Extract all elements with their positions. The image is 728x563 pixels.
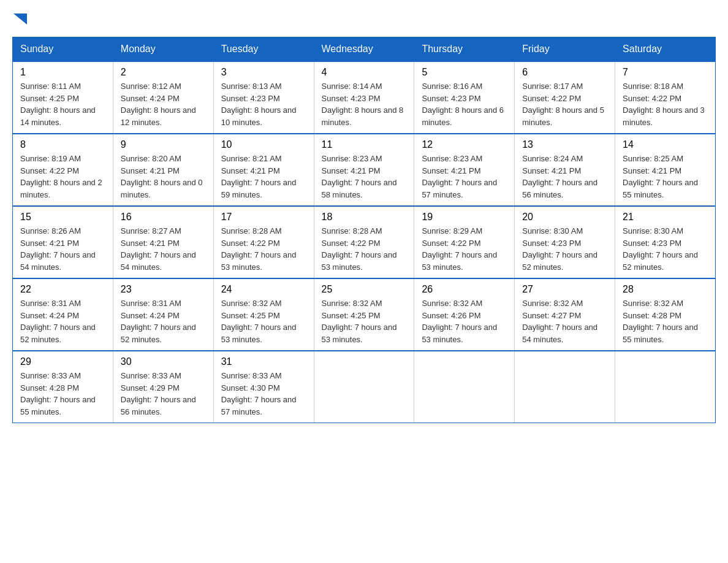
calendar-day-22: 22 Sunrise: 8:31 AM Sunset: 4:24 PM Dayl…: [13, 278, 113, 351]
day-info: Sunrise: 8:30 AM Sunset: 4:23 PM Dayligh…: [522, 225, 607, 273]
calendar-day-11: 11 Sunrise: 8:23 AM Sunset: 4:21 PM Dayl…: [314, 134, 414, 206]
logo: [12, 12, 27, 25]
page-header: [12, 12, 716, 25]
calendar-empty-cell: [615, 351, 716, 423]
header-monday: Monday: [113, 37, 213, 62]
calendar-week-3: 15 Sunrise: 8:26 AM Sunset: 4:21 PM Dayl…: [13, 206, 716, 278]
day-number: 19: [422, 212, 507, 223]
day-number: 22: [20, 284, 105, 295]
header-wednesday: Wednesday: [314, 37, 414, 62]
day-number: 24: [221, 284, 306, 295]
calendar-day-6: 6 Sunrise: 8:17 AM Sunset: 4:22 PM Dayli…: [515, 61, 615, 134]
calendar-empty-cell: [414, 351, 515, 423]
day-number: 29: [20, 356, 105, 367]
header-thursday: Thursday: [414, 37, 515, 62]
day-number: 15: [20, 212, 105, 223]
day-number: 18: [322, 212, 407, 223]
day-info: Sunrise: 8:14 AM Sunset: 4:23 PM Dayligh…: [322, 80, 407, 128]
calendar-day-13: 13 Sunrise: 8:24 AM Sunset: 4:21 PM Dayl…: [515, 134, 615, 206]
calendar-day-19: 19 Sunrise: 8:29 AM Sunset: 4:22 PM Dayl…: [414, 206, 515, 278]
day-number: 6: [522, 67, 607, 78]
calendar-day-28: 28 Sunrise: 8:32 AM Sunset: 4:28 PM Dayl…: [615, 278, 716, 351]
day-number: 1: [20, 67, 105, 78]
day-number: 30: [121, 356, 206, 367]
calendar-day-23: 23 Sunrise: 8:31 AM Sunset: 4:24 PM Dayl…: [113, 278, 213, 351]
day-info: Sunrise: 8:32 AM Sunset: 4:27 PM Dayligh…: [522, 297, 607, 345]
day-number: 23: [121, 284, 206, 295]
calendar-day-20: 20 Sunrise: 8:30 AM Sunset: 4:23 PM Dayl…: [515, 206, 615, 278]
day-info: Sunrise: 8:33 AM Sunset: 4:29 PM Dayligh…: [121, 370, 206, 418]
calendar-day-29: 29 Sunrise: 8:33 AM Sunset: 4:28 PM Dayl…: [13, 351, 113, 423]
day-info: Sunrise: 8:27 AM Sunset: 4:21 PM Dayligh…: [121, 225, 206, 273]
calendar-day-14: 14 Sunrise: 8:25 AM Sunset: 4:21 PM Dayl…: [615, 134, 716, 206]
day-number: 27: [522, 284, 607, 295]
calendar-day-16: 16 Sunrise: 8:27 AM Sunset: 4:21 PM Dayl…: [113, 206, 213, 278]
header-friday: Friday: [515, 37, 615, 62]
day-info: Sunrise: 8:26 AM Sunset: 4:21 PM Dayligh…: [20, 225, 105, 273]
calendar-day-31: 31 Sunrise: 8:33 AM Sunset: 4:30 PM Dayl…: [213, 351, 314, 423]
calendar-week-5: 29 Sunrise: 8:33 AM Sunset: 4:28 PM Dayl…: [13, 351, 716, 423]
calendar-day-10: 10 Sunrise: 8:21 AM Sunset: 4:21 PM Dayl…: [213, 134, 314, 206]
day-info: Sunrise: 8:23 AM Sunset: 4:21 PM Dayligh…: [322, 153, 407, 201]
calendar-day-7: 7 Sunrise: 8:18 AM Sunset: 4:22 PM Dayli…: [615, 61, 716, 134]
calendar-day-8: 8 Sunrise: 8:19 AM Sunset: 4:22 PM Dayli…: [13, 134, 113, 206]
day-info: Sunrise: 8:25 AM Sunset: 4:21 PM Dayligh…: [623, 153, 708, 201]
day-number: 17: [221, 212, 306, 223]
day-info: Sunrise: 8:32 AM Sunset: 4:26 PM Dayligh…: [422, 297, 507, 345]
day-info: Sunrise: 8:12 AM Sunset: 4:24 PM Dayligh…: [121, 80, 206, 128]
day-number: 9: [121, 139, 206, 150]
calendar-day-18: 18 Sunrise: 8:28 AM Sunset: 4:22 PM Dayl…: [314, 206, 414, 278]
day-number: 2: [121, 67, 206, 78]
calendar-day-9: 9 Sunrise: 8:20 AM Sunset: 4:21 PM Dayli…: [113, 134, 213, 206]
day-number: 14: [623, 139, 708, 150]
calendar-day-27: 27 Sunrise: 8:32 AM Sunset: 4:27 PM Dayl…: [515, 278, 615, 351]
day-info: Sunrise: 8:33 AM Sunset: 4:30 PM Dayligh…: [221, 370, 306, 418]
logo-arrow-icon: [13, 13, 27, 25]
calendar-day-24: 24 Sunrise: 8:32 AM Sunset: 4:25 PM Dayl…: [213, 278, 314, 351]
day-number: 5: [422, 67, 507, 78]
calendar-empty-cell: [515, 351, 615, 423]
calendar-day-21: 21 Sunrise: 8:30 AM Sunset: 4:23 PM Dayl…: [615, 206, 716, 278]
calendar-day-1: 1 Sunrise: 8:11 AM Sunset: 4:25 PM Dayli…: [13, 61, 113, 134]
day-info: Sunrise: 8:11 AM Sunset: 4:25 PM Dayligh…: [20, 80, 105, 128]
day-number: 10: [221, 139, 306, 150]
calendar-table: SundayMondayTuesdayWednesdayThursdayFrid…: [12, 37, 716, 423]
calendar-day-4: 4 Sunrise: 8:14 AM Sunset: 4:23 PM Dayli…: [314, 61, 414, 134]
header-tuesday: Tuesday: [213, 37, 314, 62]
day-number: 20: [522, 212, 607, 223]
day-info: Sunrise: 8:31 AM Sunset: 4:24 PM Dayligh…: [121, 297, 206, 345]
day-number: 21: [623, 212, 708, 223]
day-info: Sunrise: 8:17 AM Sunset: 4:22 PM Dayligh…: [522, 80, 607, 128]
day-info: Sunrise: 8:32 AM Sunset: 4:28 PM Dayligh…: [623, 297, 708, 345]
day-info: Sunrise: 8:33 AM Sunset: 4:28 PM Dayligh…: [20, 370, 105, 418]
day-number: 12: [422, 139, 507, 150]
day-number: 4: [322, 67, 407, 78]
day-number: 28: [623, 284, 708, 295]
calendar-day-12: 12 Sunrise: 8:23 AM Sunset: 4:21 PM Dayl…: [414, 134, 515, 206]
day-number: 16: [121, 212, 206, 223]
day-number: 7: [623, 67, 708, 78]
header-sunday: Sunday: [13, 37, 113, 62]
day-info: Sunrise: 8:16 AM Sunset: 4:23 PM Dayligh…: [422, 80, 507, 128]
day-info: Sunrise: 8:32 AM Sunset: 4:25 PM Dayligh…: [221, 297, 306, 345]
day-info: Sunrise: 8:23 AM Sunset: 4:21 PM Dayligh…: [422, 153, 507, 201]
header-saturday: Saturday: [615, 37, 716, 62]
calendar-week-4: 22 Sunrise: 8:31 AM Sunset: 4:24 PM Dayl…: [13, 278, 716, 351]
day-number: 11: [322, 139, 407, 150]
day-info: Sunrise: 8:32 AM Sunset: 4:25 PM Dayligh…: [322, 297, 407, 345]
day-number: 8: [20, 139, 105, 150]
day-number: 31: [221, 356, 306, 367]
day-info: Sunrise: 8:19 AM Sunset: 4:22 PM Dayligh…: [20, 153, 105, 201]
day-info: Sunrise: 8:29 AM Sunset: 4:22 PM Dayligh…: [422, 225, 507, 273]
day-info: Sunrise: 8:13 AM Sunset: 4:23 PM Dayligh…: [221, 80, 306, 128]
calendar-day-17: 17 Sunrise: 8:28 AM Sunset: 4:22 PM Dayl…: [213, 206, 314, 278]
calendar-week-1: 1 Sunrise: 8:11 AM Sunset: 4:25 PM Dayli…: [13, 61, 716, 134]
calendar-empty-cell: [314, 351, 414, 423]
svg-marker-0: [13, 13, 27, 25]
day-number: 13: [522, 139, 607, 150]
day-info: Sunrise: 8:31 AM Sunset: 4:24 PM Dayligh…: [20, 297, 105, 345]
day-number: 25: [322, 284, 407, 295]
calendar-header-row: SundayMondayTuesdayWednesdayThursdayFrid…: [13, 37, 716, 62]
day-info: Sunrise: 8:21 AM Sunset: 4:21 PM Dayligh…: [221, 153, 306, 201]
calendar-day-30: 30 Sunrise: 8:33 AM Sunset: 4:29 PM Dayl…: [113, 351, 213, 423]
